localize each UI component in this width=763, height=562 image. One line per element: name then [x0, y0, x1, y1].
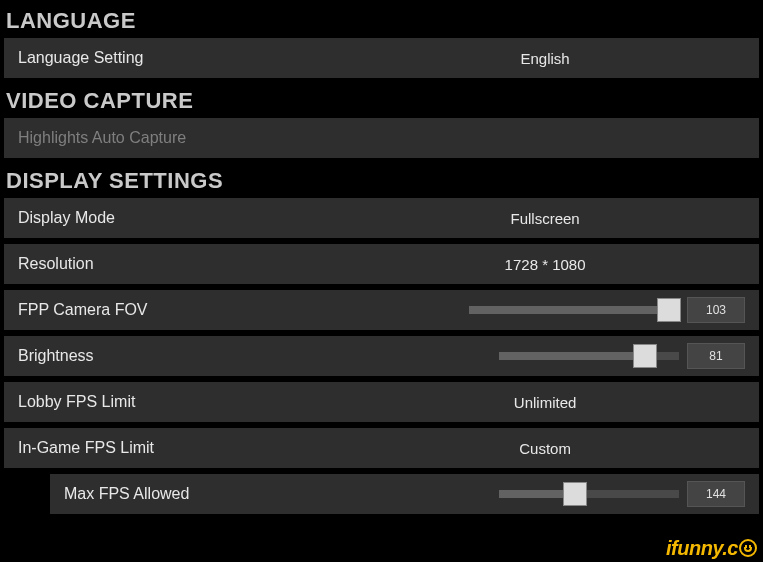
lobby-fps-row[interactable]: Lobby FPS Limit Unlimited	[4, 382, 759, 422]
resolution-label: Resolution	[18, 255, 345, 273]
fov-label: FPP Camera FOV	[18, 301, 345, 319]
display-mode-value: Fullscreen	[345, 210, 745, 227]
resolution-row[interactable]: Resolution 1728 * 1080	[4, 244, 759, 284]
language-setting-value: English	[345, 50, 745, 67]
language-setting-label: Language Setting	[18, 49, 345, 67]
resolution-value: 1728 * 1080	[345, 256, 745, 273]
brightness-value-box[interactable]: 81	[687, 343, 745, 369]
display-mode-label: Display Mode	[18, 209, 345, 227]
max-fps-slider[interactable]	[499, 490, 679, 498]
ingame-fps-row[interactable]: In-Game FPS Limit Custom	[4, 428, 759, 468]
fov-row: FPP Camera FOV 103	[4, 290, 759, 330]
smile-icon	[739, 539, 757, 557]
highlights-row[interactable]: Highlights Auto Capture	[4, 118, 759, 158]
brightness-slider[interactable]	[499, 352, 679, 360]
video-capture-header: VIDEO CAPTURE	[4, 84, 759, 118]
language-header: LANGUAGE	[4, 4, 759, 38]
language-setting-row[interactable]: Language Setting English	[4, 38, 759, 78]
display-mode-row[interactable]: Display Mode Fullscreen	[4, 198, 759, 238]
ingame-fps-value: Custom	[345, 440, 745, 457]
brightness-slider-fill	[499, 352, 645, 360]
fov-slider-fill	[469, 306, 679, 314]
max-fps-value-box[interactable]: 144	[687, 481, 745, 507]
fov-slider[interactable]	[469, 306, 679, 314]
max-fps-label: Max FPS Allowed	[64, 485, 370, 503]
fov-slider-thumb[interactable]	[657, 298, 681, 322]
highlights-label: Highlights Auto Capture	[18, 129, 345, 147]
display-settings-header: DISPLAY SETTINGS	[4, 164, 759, 198]
ingame-fps-label: In-Game FPS Limit	[18, 439, 345, 457]
lobby-fps-value: Unlimited	[345, 394, 745, 411]
lobby-fps-label: Lobby FPS Limit	[18, 393, 345, 411]
brightness-row: Brightness 81	[4, 336, 759, 376]
brightness-label: Brightness	[18, 347, 345, 365]
watermark: ifunny.c	[666, 537, 757, 560]
brightness-slider-thumb[interactable]	[633, 344, 657, 368]
max-fps-row: Max FPS Allowed 144	[50, 474, 759, 514]
max-fps-slider-thumb[interactable]	[563, 482, 587, 506]
fov-value-box[interactable]: 103	[687, 297, 745, 323]
